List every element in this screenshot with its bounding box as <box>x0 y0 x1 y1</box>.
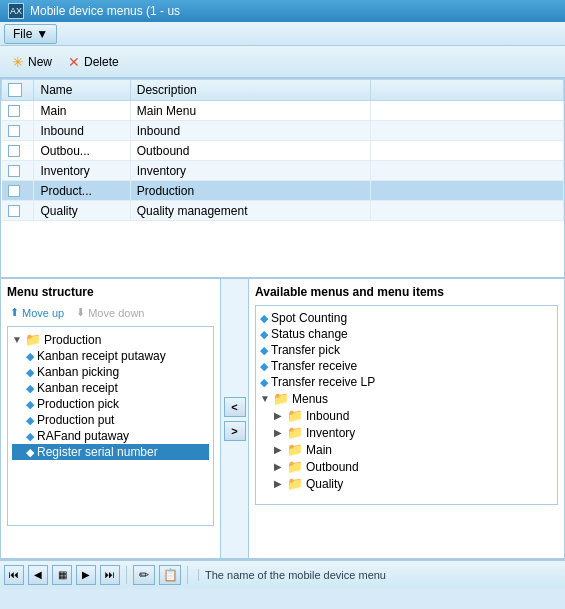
available-tree-item[interactable]: ▶ 📁 Inbound <box>260 407 553 424</box>
new-label: New <box>28 55 52 69</box>
table-row[interactable]: Outbou... Outbound <box>2 141 564 161</box>
structure-tree-item[interactable]: ◆ Kanban receipt putaway <box>12 348 209 364</box>
menu-bar: File ▼ <box>0 22 565 46</box>
item-icon: ◆ <box>26 366 34 379</box>
description-column-header: Description <box>130 80 371 101</box>
status-bar: ⏮ ◀ ▦ ▶ ⏭ ✏ 📋 The name of the mobile dev… <box>0 560 565 588</box>
menu-structure-title: Menu structure <box>7 285 214 299</box>
row-checkbox[interactable] <box>8 185 20 197</box>
new-button[interactable]: ✳ New <box>8 52 56 72</box>
row-description-cell: Outbound <box>130 141 371 161</box>
item-icon: ◆ <box>260 312 268 325</box>
row-extra-cell <box>371 201 564 221</box>
available-tree-item[interactable]: ▼ 📁 Menus <box>260 390 553 407</box>
row-name-cell: Quality <box>34 201 130 221</box>
folder-icon: 📁 <box>287 425 303 440</box>
window-title: Mobile device menus (1 - us <box>30 4 180 18</box>
table-row[interactable]: Inbound Inbound <box>2 121 564 141</box>
file-label: File <box>13 27 32 41</box>
available-menus-title: Available menus and menu items <box>255 285 558 299</box>
available-tree-item[interactable]: ◆ Transfer receive <box>260 358 553 374</box>
available-tree-item[interactable]: ◆ Transfer pick <box>260 342 553 358</box>
delete-label: Delete <box>84 55 119 69</box>
extra-column-header <box>371 80 564 101</box>
transfer-right-button[interactable]: > <box>224 421 246 441</box>
row-checkbox[interactable] <box>8 145 20 157</box>
toolbar: ✳ New ✕ Delete <box>0 46 565 78</box>
row-name-cell: Inventory <box>34 161 130 181</box>
nav-prev-button[interactable]: ◀ <box>28 565 48 585</box>
row-checkbox[interactable] <box>8 205 20 217</box>
bottom-section: Menu structure ⬆ Move up ⬇ Move down ▼ 📁… <box>1 279 564 559</box>
status-divider2 <box>187 566 188 584</box>
item-label: Main <box>306 443 332 457</box>
item-label: Production pick <box>37 397 119 411</box>
menu-structure-tree[interactable]: ▼ 📁 Production ◆ Kanban receipt putaway … <box>7 326 214 526</box>
transfer-left-icon: < <box>231 401 237 413</box>
delete-icon: ✕ <box>68 54 80 70</box>
table-row[interactable]: Inventory Inventory <box>2 161 564 181</box>
select-all-checkbox[interactable] <box>8 83 22 97</box>
row-checkbox-cell <box>2 121 34 141</box>
copy-button[interactable]: 📋 <box>159 565 181 585</box>
move-up-label: Move up <box>22 307 64 319</box>
name-column-header: Name <box>34 80 130 101</box>
row-checkbox[interactable] <box>8 165 20 177</box>
table-section: Name Description Main Main Menu Inbound … <box>1 79 564 279</box>
available-tree-item[interactable]: ▶ 📁 Outbound <box>260 458 553 475</box>
move-up-button[interactable]: ⬆ Move up <box>7 305 67 320</box>
nav-first-button[interactable]: ⏮ <box>4 565 24 585</box>
expand-icon: ▶ <box>274 461 284 472</box>
expand-icon: ▶ <box>274 410 284 421</box>
item-label: Kanban picking <box>37 365 119 379</box>
file-menu-button[interactable]: File ▼ <box>4 24 57 44</box>
edit-icon: ✏ <box>139 568 149 582</box>
available-tree-item[interactable]: ◆ Status change <box>260 326 553 342</box>
item-icon: ◆ <box>260 328 268 341</box>
item-label: Transfer receive LP <box>271 375 375 389</box>
nav-last-button[interactable]: ⏭ <box>100 565 120 585</box>
available-tree-item[interactable]: ▶ 📁 Quality <box>260 475 553 492</box>
move-down-label: Move down <box>88 307 144 319</box>
table-row[interactable]: Quality Quality management <box>2 201 564 221</box>
table-row[interactable]: Product... Production <box>2 181 564 201</box>
structure-tree-item[interactable]: ◆ Production pick <box>12 396 209 412</box>
row-checkbox[interactable] <box>8 105 20 117</box>
structure-tree-item[interactable]: ◆ Kanban picking <box>12 364 209 380</box>
row-extra-cell <box>371 161 564 181</box>
item-label: Status change <box>271 327 348 341</box>
available-tree-item[interactable]: ▶ 📁 Inventory <box>260 424 553 441</box>
structure-tree-item[interactable]: ◆ Production put <box>12 412 209 428</box>
structure-tree-item[interactable]: ◆ RAFand putaway <box>12 428 209 444</box>
nav-grid-button[interactable]: ▦ <box>52 565 72 585</box>
available-tree-item[interactable]: ▶ 📁 Main <box>260 441 553 458</box>
available-tree-item[interactable]: ◆ Spot Counting <box>260 310 553 326</box>
item-icon: ◆ <box>260 344 268 357</box>
structure-tree-item[interactable]: ◆ Register serial number <box>12 444 209 460</box>
available-tree-item[interactable]: ◆ Transfer receive LP <box>260 374 553 390</box>
row-checkbox-cell <box>2 141 34 161</box>
delete-button[interactable]: ✕ Delete <box>64 52 123 72</box>
edit-button[interactable]: ✏ <box>133 565 155 585</box>
table-row[interactable]: Main Main Menu <box>2 101 564 121</box>
data-table: Name Description Main Main Menu Inbound … <box>1 79 564 221</box>
item-icon: ◆ <box>26 446 34 459</box>
status-text: The name of the mobile device menu <box>198 569 386 581</box>
menu-structure-panel: Menu structure ⬆ Move up ⬇ Move down ▼ 📁… <box>1 279 221 558</box>
row-description-cell: Production <box>130 181 371 201</box>
folder-icon: 📁 <box>273 391 289 406</box>
row-checkbox[interactable] <box>8 125 20 137</box>
item-label: Menus <box>292 392 328 406</box>
available-menus-tree[interactable]: ◆ Spot Counting ◆ Status change ◆ Transf… <box>255 305 558 505</box>
tree-root-folder[interactable]: ▼ 📁 Production <box>12 331 209 348</box>
transfer-left-button[interactable]: < <box>224 397 246 417</box>
structure-tree-item[interactable]: ◆ Kanban receipt <box>12 380 209 396</box>
nav-next-button[interactable]: ▶ <box>76 565 96 585</box>
folder-icon: 📁 <box>287 459 303 474</box>
transfer-right-icon: > <box>231 425 237 437</box>
item-icon: ◆ <box>26 430 34 443</box>
nav-last-icon: ⏭ <box>105 569 115 580</box>
nav-first-icon: ⏮ <box>9 569 19 580</box>
move-down-button[interactable]: ⬇ Move down <box>73 305 147 320</box>
row-description-cell: Inbound <box>130 121 371 141</box>
